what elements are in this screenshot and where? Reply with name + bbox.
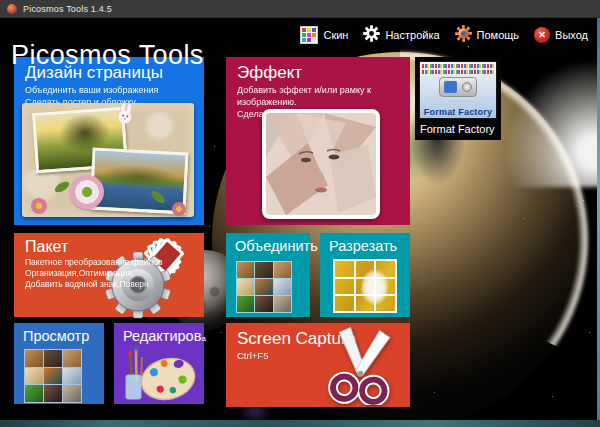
- logo-lens: [462, 82, 472, 92]
- collage-preview-image: [22, 103, 194, 217]
- tile-view[interactable]: Просмотр: [14, 323, 104, 404]
- skin-button-label: Скин: [323, 29, 348, 41]
- help-button[interactable]: Помощь: [455, 25, 520, 44]
- window-title: Picosmos Tools 1.4.5: [23, 4, 112, 14]
- tile-combine[interactable]: Объединить: [226, 233, 310, 317]
- tile-page-design[interactable]: Дизайн страницы Объединить ваши изображе…: [14, 57, 204, 225]
- bunny-decoration: [114, 102, 135, 130]
- scissors-icon: [320, 325, 402, 405]
- thumbnail-caption: Format Factory: [420, 107, 496, 117]
- tile-effect-sub1: Добавить эффект и/или рамку к изображени…: [226, 84, 410, 108]
- exit-button-label: Выход: [555, 29, 588, 41]
- settings-button-label: Настройка: [385, 29, 439, 41]
- tile-effect[interactable]: Эффект Добавить эффект и/или рамку к изо…: [226, 57, 410, 225]
- circle-x-icon: ✕: [534, 27, 550, 43]
- tile-combine-title: Объединить: [226, 233, 310, 254]
- photo-grid-preview: [24, 349, 82, 403]
- exit-button[interactable]: ✕ Выход: [534, 27, 588, 43]
- help-button-label: Помощь: [477, 29, 520, 41]
- window-border: [0, 420, 600, 427]
- format-factory-thumbnail: Format Factory: [419, 61, 497, 119]
- titlebar[interactable]: Picosmos Tools 1.4.5: [0, 0, 600, 18]
- settings-button[interactable]: Настройка: [363, 25, 439, 44]
- colored-gear-icon: [455, 25, 472, 44]
- face-effect-preview-image: [262, 109, 380, 219]
- tile-page-design-sub1: Объединить ваши изображения: [14, 84, 204, 96]
- flower-decoration: [70, 175, 104, 209]
- flower-decoration: [31, 198, 47, 214]
- app-logo-icon: [7, 4, 17, 14]
- tile-screen-capture[interactable]: Screen Capture Ctrl+F5: [226, 323, 410, 407]
- tile-edit[interactable]: Редактирова: [114, 323, 204, 404]
- tile-split[interactable]: Разрезать: [320, 233, 410, 317]
- toolbar-icons-strip: [422, 70, 494, 74]
- color-grid-icon: [300, 26, 318, 44]
- gear-icon: [363, 25, 380, 44]
- sliced-photo-preview: [333, 259, 397, 313]
- promo-label: Format Factory: [419, 119, 497, 140]
- tile-view-title: Просмотр: [14, 323, 104, 344]
- leaf-decoration: [53, 180, 71, 195]
- tile-split-title: Разрезать: [320, 233, 410, 254]
- toolbar-icons-strip: [422, 64, 494, 68]
- paint-palette-icon: [120, 345, 200, 403]
- header-buttons: Скин: [300, 25, 588, 44]
- page-title: Picosmos Tools: [11, 40, 204, 71]
- tile-effect-title: Эффект: [226, 57, 410, 84]
- skin-button[interactable]: Скин: [300, 26, 348, 44]
- photo-grid-preview: [236, 261, 292, 313]
- tile-batch-sub2: Организация,Оптимизация,: [14, 268, 204, 279]
- format-factory-logo-icon: [439, 77, 477, 97]
- format-factory-promo[interactable]: Format Factory Format Factory: [415, 57, 501, 140]
- flower-decoration: [172, 202, 186, 216]
- app-window: Picosmos Tools 1.4.5 Picosmos Tools Скин: [0, 0, 600, 427]
- tile-batch-sub3: Добавить водяной знак,Поверн: [14, 279, 204, 290]
- tile-edit-title: Редактирова: [114, 323, 204, 344]
- tile-batch[interactable]: Пакет Пакетное преобразование файлов Орг…: [14, 233, 204, 317]
- sunrise-glow: [506, 62, 600, 187]
- tile-batch-sub1: Пакетное преобразование файлов: [14, 257, 204, 268]
- logo-screen: [444, 81, 457, 93]
